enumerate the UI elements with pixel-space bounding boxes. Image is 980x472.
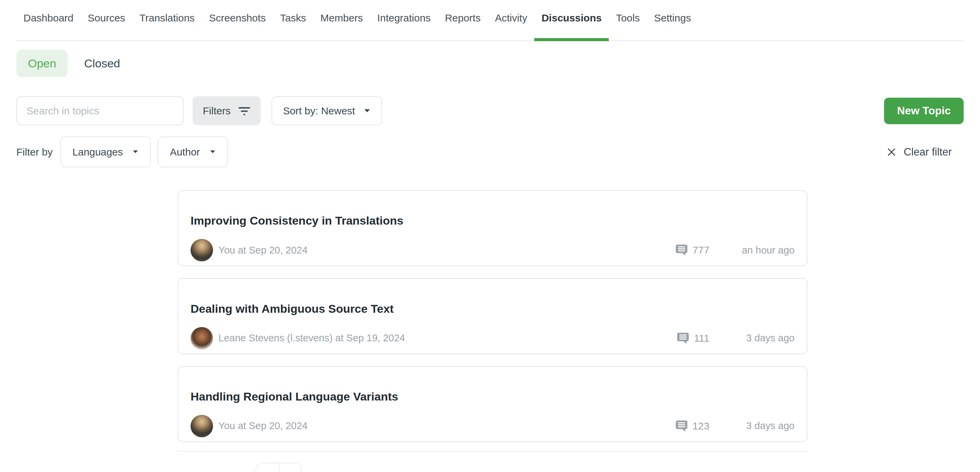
nav-item[interactable]: Discussions [534, 0, 609, 40]
discussion-card[interactable]: Handling Regional Language Variants You … [178, 366, 808, 442]
nav-item-label: Dashboard [24, 12, 73, 24]
nav-item-label: Integrations [377, 12, 431, 24]
discussion-cards: Improving Consistency in Translations Yo… [178, 190, 808, 442]
nav-item[interactable]: Tasks [273, 0, 313, 40]
discussion-timestamp: an hour ago [710, 245, 795, 256]
comment-counter: 777 [675, 244, 710, 256]
discussion-timestamp: 3 days ago [710, 420, 795, 432]
nav-item[interactable]: Reports [438, 0, 488, 40]
discussion-list: Improving Consistency in Translations Yo… [178, 190, 808, 472]
nav-item-label: Translations [140, 12, 195, 24]
nav-item[interactable]: Settings [647, 0, 698, 40]
new-topic-label: New Topic [897, 105, 951, 117]
nav-item[interactable]: Translations [132, 0, 202, 40]
nav-item-label: Tasks [280, 12, 306, 24]
nav-item-label: Screenshots [209, 12, 266, 24]
caret-down-icon [132, 150, 138, 154]
discussion-meta: You at Sep 20, 2024 777 an hour [191, 239, 795, 261]
clear-filter-button[interactable]: Clear filter [887, 146, 964, 158]
discussion-title: Handling Regional Language Variants [191, 390, 795, 403]
new-topic-button[interactable]: New Topic [884, 98, 964, 124]
tab-open-label: Open [28, 57, 56, 70]
status-tabs: Open Closed [16, 50, 964, 77]
comment-count: 777 [692, 244, 710, 256]
tab-closed[interactable]: Closed [73, 50, 132, 77]
author-dropdown-label: Author [170, 146, 200, 158]
discussion-author: You at Sep 20, 2024 [218, 245, 308, 256]
nav-item[interactable]: Screenshots [202, 0, 273, 40]
sort-by-button[interactable]: Sort by: Newest [272, 96, 382, 125]
filter-lines-icon [238, 106, 250, 116]
close-icon [887, 147, 896, 157]
nav-item[interactable]: Integrations [370, 0, 438, 40]
languages-dropdown[interactable]: Languages [60, 137, 151, 167]
nav-item-label: Activity [495, 12, 527, 24]
filters-button[interactable]: Filters [192, 96, 261, 125]
discussion-card[interactable]: Improving Consistency in Translations Yo… [178, 190, 808, 266]
author-avatar [191, 327, 213, 350]
nav-item[interactable]: Tools [609, 0, 647, 40]
author-dropdown[interactable]: Author [158, 137, 228, 167]
caret-down-icon [210, 150, 216, 154]
comment-counter: 123 [675, 420, 710, 432]
list-separator [178, 451, 808, 451]
discussion-card[interactable]: Dealing with Ambiguous Source Text Leane… [178, 278, 808, 354]
nav-item-label: Sources [88, 12, 125, 24]
comment-bubble-icon [677, 332, 689, 344]
comment-count: 123 [692, 420, 710, 432]
discussion-meta: You at Sep 20, 2024 123 3 days a [191, 415, 795, 437]
comment-bubble-icon [675, 244, 688, 256]
nav-item-label: Tools [616, 12, 640, 24]
nav-item[interactable]: Activity [488, 0, 534, 40]
author-avatar [191, 239, 213, 261]
search-input[interactable] [16, 96, 184, 125]
comment-bubble-icon [675, 420, 688, 432]
languages-dropdown-label: Languages [73, 146, 123, 158]
nav-item[interactable]: Dashboard [16, 0, 81, 40]
discussion-meta: Leane Stevens (l.stevens) at Sep 19, 202… [191, 327, 795, 350]
discussion-timestamp: 3 days ago [710, 332, 795, 344]
discussion-title: Dealing with Ambiguous Source Text [191, 302, 795, 315]
nav-item[interactable]: Members [313, 0, 370, 40]
next-page-button[interactable] [279, 464, 301, 472]
nav-item-label: Settings [654, 12, 691, 24]
nav-item-label: Reports [445, 12, 480, 24]
previous-page-button[interactable] [256, 464, 279, 472]
nav-item-label: Discussions [541, 12, 601, 24]
clear-filter-label: Clear filter [904, 146, 952, 158]
author-avatar [191, 415, 213, 437]
top-navigation: Dashboard Sources Translations Screensho… [16, 0, 964, 41]
tab-closed-label: Closed [84, 57, 120, 70]
caret-down-icon [364, 109, 371, 113]
discussion-author: Leane Stevens (l.stevens) at Sep 19, 202… [218, 332, 405, 344]
nav-item[interactable]: Sources [81, 0, 132, 40]
comment-count: 111 [694, 332, 710, 344]
comment-counter: 111 [677, 332, 710, 344]
nav-item-label: Members [321, 12, 363, 24]
discussion-title: Improving Consistency in Translations [191, 214, 795, 227]
tab-open[interactable]: Open [16, 50, 68, 77]
filters-button-label: Filters [203, 105, 231, 117]
sort-by-label: Sort by: Newest [283, 105, 355, 117]
discussion-author: You at Sep 20, 2024 [218, 420, 308, 432]
filter-bar: Filter by Languages Author Clear filter [16, 137, 964, 167]
filter-by-label: Filter by [16, 146, 53, 158]
toolbar: Filters Sort by: Newest New Topic [16, 96, 964, 125]
pager-buttons [256, 463, 302, 472]
pagination: 1-3 out of 3 [178, 463, 808, 472]
